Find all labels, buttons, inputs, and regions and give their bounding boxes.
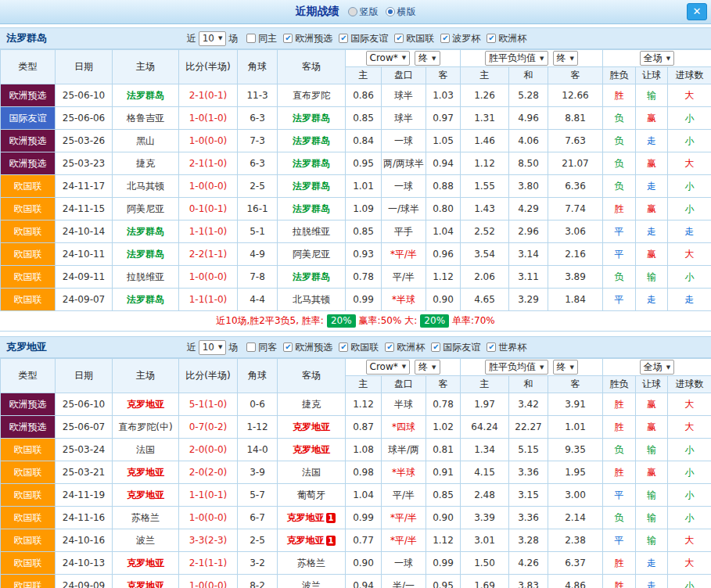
handicap-away-odds: 1.04 [426,220,461,243]
result-handicap: 输 [636,484,668,507]
home-team: 克罗地亚 [113,393,179,416]
close-button[interactable]: ✕ [687,3,707,20]
column-header: 客场 [278,50,346,84]
competition-badge: 国际友谊 [1,107,56,130]
europe-draw-odds: 3.42 [509,393,548,416]
match-score: 5-1(1-0) [179,393,238,416]
bookmaker-select[interactable]: Crow*▼ [366,51,411,66]
table-row: 欧国联25-03-21克罗地亚2-0(2-0)3-9法国0.98*半球0.914… [1,461,711,484]
match-date: 24-10-13 [56,552,113,575]
checkbox-label: 世界杯 [498,341,526,354]
handicap-time-select[interactable]: 终▼ [415,51,440,66]
filter-checkbox[interactable]: ✔欧洲杯 [487,32,526,45]
filter-checkbox[interactable]: ✔欧国联 [394,32,434,45]
europe-away-odds: 9.35 [548,439,603,461]
home-team: 法罗群岛 [113,220,179,243]
fullmatch-select[interactable]: 全场▼ [640,51,674,66]
filter-bar: 近10▼场同主✔欧洲预选✔国际友谊✔欧国联✔波罗杯✔欧洲杯 [185,31,527,46]
europe-avg-select[interactable]: 胜平负均值▼ [485,360,548,375]
match-score: 2-2(1-1) [179,243,238,266]
home-team-name: 波兰 [136,535,155,546]
corner-score: 8-2 [238,575,278,588]
column-subheader: 主 [346,67,382,84]
match-count-select-value: 10 [203,342,214,353]
filter-checkbox[interactable]: 同客 [246,341,277,354]
handicap-away-odds: 0.80 [426,198,461,220]
bookmaker-select[interactable]: Crow*▼ [366,360,411,375]
away-team-name: 法罗群岛 [293,271,330,282]
away-team: 克罗地亚1 [278,507,346,529]
result-handicap: 赢 [636,393,668,416]
europe-time-select[interactable]: 终▼ [553,360,578,375]
match-count-select-value: 10 [203,33,214,44]
filter-checkbox[interactable]: ✔欧国联 [339,341,379,354]
away-team-name: 波兰 [302,580,321,588]
competition-badge: 欧国联 [1,575,56,588]
away-team-name: 拉脱维亚 [293,226,330,237]
result-handicap: 赢 [636,198,668,220]
europe-odds-group: 胜平负均值▼终▼ [461,359,603,376]
filter-checkbox[interactable]: ✔世界杯 [487,341,526,354]
checkbox-icon [246,34,256,43]
table-row: 欧洲预选25-03-26黑山1-0(0-0)7-3法罗群岛0.84一球1.051… [1,130,711,152]
competition-badge: 欧国联 [1,507,56,529]
result-handicap: 走 [636,220,668,243]
radio-option-vertical[interactable]: 竖版 [348,5,379,19]
corner-score: 5-1 [238,220,278,243]
bookmaker-select-value: Crow* [370,361,398,372]
corner-score: 4-4 [238,289,278,311]
filter-checkbox[interactable]: ✔国际友谊 [431,341,480,354]
europe-draw-odds: 22.27 [509,416,548,439]
handicap-home-odds: 0.85 [346,107,382,130]
corner-score: 3-2 [238,552,278,575]
away-team-name: 克罗地亚 [293,444,330,455]
home-team: 直布罗陀(中) [113,416,179,439]
europe-home-odds: 1.50 [461,552,509,575]
europe-draw-odds: 3.83 [509,575,548,588]
match-score: 2-0(0-0) [179,439,238,461]
column-subheader: 进球数 [668,67,711,84]
column-header: 日期 [56,359,113,393]
fullmatch-select[interactable]: 全场▼ [640,360,674,375]
away-team: 阿美尼亚 [278,243,346,266]
europe-avg-select[interactable]: 胜平负均值▼ [485,51,548,66]
filter-checkbox[interactable]: ✔国际友谊 [339,32,388,45]
filter-checkbox[interactable]: 同主 [246,32,277,45]
handicap-line: *平/半 [382,507,426,529]
corner-score: 3-9 [238,461,278,484]
handicap-time-select[interactable]: 终▼ [415,360,440,375]
handicap-home-odds: 1.04 [346,484,382,507]
scope-group: 全场▼ [603,50,711,67]
handicap-time-select-value: 终 [418,52,428,65]
checkbox-label: 欧洲预选 [295,32,332,45]
competition-badge: 欧国联 [1,175,56,198]
column-subheader: 盘口 [382,376,426,393]
europe-away-odds: 7.63 [548,130,603,152]
europe-home-odds: 3.01 [461,529,509,552]
titlebar-center: 近期战绩 竖版横版 [296,5,416,19]
europe-away-odds: 1.01 [548,416,603,439]
match-score: 3-3(2-3) [179,529,238,552]
handicap-line: 两/两球半 [382,152,426,175]
filter-checkbox[interactable]: ✔波罗杯 [440,32,480,45]
europe-away-odds: 2.38 [548,529,603,552]
filter-checkbox[interactable]: ✔欧洲预选 [283,32,332,45]
match-count-select[interactable]: 10▼ [199,340,227,355]
match-count-select[interactable]: 10▼ [199,31,227,46]
table-row: 欧国联24-10-14法罗群岛1-1(1-0)5-1拉脱维亚0.85平手1.04… [1,220,711,243]
match-date: 24-09-09 [56,575,113,588]
corner-score: 4-9 [238,243,278,266]
filter-checkbox[interactable]: ✔欧洲预选 [283,341,332,354]
filter-checkbox[interactable]: ✔欧洲杯 [385,341,425,354]
match-date: 25-03-24 [56,439,113,461]
column-subheader: 主 [346,376,382,393]
filter-games-label: 场 [228,32,238,45]
radio-option-horizontal[interactable]: 横版 [386,5,416,19]
competition-badge: 欧国联 [1,220,56,243]
europe-time-select[interactable]: 终▼ [553,51,578,66]
handicap-away-odds: 0.94 [426,152,461,175]
handicap-line: 平/半 [382,484,426,507]
europe-home-odds: 3.54 [461,243,509,266]
handicap-home-odds: 1.09 [346,198,382,220]
handicap-line: 球半/两 [382,439,426,461]
